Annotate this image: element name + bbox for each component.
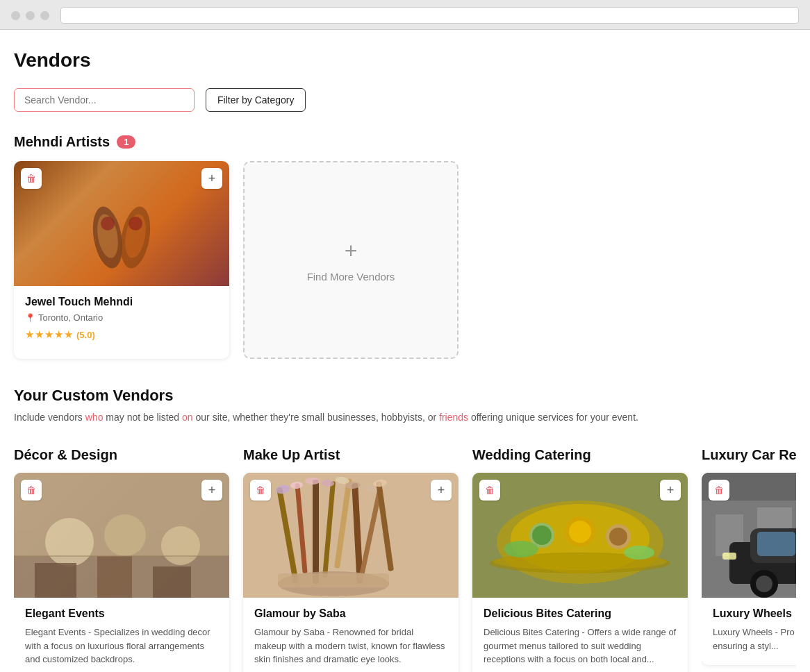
find-more-text: Find More Vendors <box>307 271 395 283</box>
makeup-illustration <box>243 473 458 598</box>
category-car: Luxury Car Re... <box>702 447 796 672</box>
catering-vendor-desc: Delicious Bites Catering - Offers a wide… <box>483 625 677 666</box>
browser-dot-yellow <box>26 11 35 20</box>
svg-point-40 <box>569 521 591 543</box>
category-makeup-title: Make Up Artist <box>243 447 458 463</box>
vendor-card-makeup: 🗑 + Glamour by Saba Glamour by Saba - Re… <box>243 473 458 672</box>
svg-point-42 <box>609 528 627 546</box>
category-catering-title: Wedding Catering <box>472 447 688 463</box>
filter-button[interactable]: Filter by Category <box>206 88 306 112</box>
mehndi-vendor-rating: ★★★★★ (5.0) <box>25 328 218 341</box>
pin-icon: 📍 <box>25 313 35 323</box>
custom-vendors-desc: Include vendors who may not be listed on… <box>14 410 796 425</box>
catering-card-body: Delicious Bites Catering Delicious Bites… <box>472 598 688 672</box>
svg-rect-59 <box>722 553 736 560</box>
makeup-card-body: Glamour by Saba Glamour by Saba - Renown… <box>243 598 458 672</box>
car-card-body: Luxury Wheels Luxury Wheels - Pro weddin… <box>702 598 796 665</box>
vendor-card-car: 🗑 + Luxury Wheels Luxury Wheels - Pro we… <box>702 473 796 665</box>
address-bar[interactable] <box>60 7 799 24</box>
makeup-image-bg <box>243 473 458 598</box>
plus-icon-makeup: + <box>438 483 445 498</box>
makeup-delete-button[interactable]: 🗑 <box>250 480 271 501</box>
custom-vendors-title: Your Custom Vendors <box>14 387 796 405</box>
category-car-title: Luxury Car Re... <box>702 447 796 463</box>
mehndi-add-button[interactable]: + <box>201 168 222 189</box>
highlight-who: who <box>85 412 104 423</box>
category-makeup: Make Up Artist <box>243 447 458 672</box>
mehndi-count-badge: 1 <box>117 135 135 149</box>
mehndi-delete-button[interactable]: 🗑 <box>21 168 42 189</box>
car-vendor-name: Luxury Wheels <box>713 607 796 620</box>
svg-point-26 <box>305 478 320 485</box>
page-title: Vendors <box>14 49 796 72</box>
rating-score: (5.0) <box>76 330 95 340</box>
svg-rect-11 <box>35 563 76 598</box>
highlight-on: on <box>182 412 193 423</box>
makeup-vendor-desc: Glamour by Saba - Renowned for bridal ma… <box>254 625 447 666</box>
custom-vendors-section: Your Custom Vendors Include vendors who … <box>14 387 796 425</box>
svg-point-8 <box>45 518 94 566</box>
decor-card-body: Elegant Events Elegant Events - Speciali… <box>14 598 229 672</box>
catering-add-button[interactable]: + <box>660 480 681 501</box>
svg-rect-18 <box>313 480 319 584</box>
plus-icon-catering: + <box>667 483 675 498</box>
mehndi-illustration <box>80 175 163 272</box>
mehndi-section-title: Mehndi Artists <box>14 134 110 150</box>
decor-vendor-name: Elegant Events <box>25 607 218 620</box>
mehndi-cards-row: 🗑 + Jewel Touch Mehndi 📍 Toronto, Ontari… <box>14 161 796 359</box>
svg-rect-33 <box>278 573 389 587</box>
browser-dot-red <box>11 11 20 20</box>
mehndi-card-body: Jewel Touch Mehndi 📍 Toronto, Ontario ★★… <box>14 286 229 353</box>
decor-illustration <box>14 473 229 598</box>
category-decor: Décor & Design <box>14 447 229 672</box>
car-card-image: 🗑 + <box>702 473 796 598</box>
car-delete-button[interactable]: 🗑 <box>709 480 729 501</box>
find-more-vendors-card[interactable]: + Find More Vendors <box>243 161 458 359</box>
trash-icon: 🗑 <box>26 173 36 184</box>
catering-illustration <box>472 473 688 598</box>
decor-card-image: 🗑 + <box>14 473 229 598</box>
decor-vendor-desc: Elegant Events - Specializes in wedding … <box>25 625 218 666</box>
svg-point-5 <box>129 217 142 230</box>
mehndi-card-image: 🗑 + <box>14 161 229 286</box>
search-input[interactable] <box>14 88 195 112</box>
decor-image-bg <box>14 473 229 598</box>
mehndi-image-bg <box>14 161 229 286</box>
makeup-add-button[interactable]: + <box>431 480 452 501</box>
svg-point-9 <box>104 514 146 556</box>
svg-rect-13 <box>153 566 191 598</box>
svg-point-46 <box>624 546 654 560</box>
trash-icon-decor: 🗑 <box>26 485 36 496</box>
category-decor-title: Décor & Design <box>14 447 229 463</box>
plus-icon-decor: + <box>208 483 216 498</box>
browser-chrome <box>0 0 810 30</box>
svg-point-45 <box>504 541 538 557</box>
svg-point-56 <box>756 576 772 592</box>
trash-icon-makeup: 🗑 <box>256 485 265 496</box>
decor-add-button[interactable]: + <box>201 480 222 501</box>
highlight-friends: friends <box>439 412 468 423</box>
catering-image-bg <box>472 473 688 598</box>
catering-delete-button[interactable]: 🗑 <box>479 480 500 501</box>
search-filter-row: Filter by Category <box>14 88 796 112</box>
mehndi-section-heading: Mehndi Artists 1 <box>14 134 796 150</box>
vendor-card-mehndi: 🗑 + Jewel Touch Mehndi 📍 Toronto, Ontari… <box>14 161 229 359</box>
trash-icon-catering: 🗑 <box>485 485 495 496</box>
decor-delete-button[interactable]: 🗑 <box>21 480 42 501</box>
category-catering: Wedding Catering <box>472 447 688 672</box>
rating-stars: ★★★★★ <box>25 328 74 341</box>
svg-point-4 <box>101 217 115 230</box>
mehndi-vendor-location: 📍 Toronto, Ontario <box>25 312 218 323</box>
find-more-plus-icon: + <box>345 238 358 264</box>
trash-icon-car: 🗑 <box>714 485 724 496</box>
catering-card-image: 🗑 + <box>472 473 688 598</box>
vendor-card-catering: 🗑 + Delicious Bites Catering Delicious B… <box>472 473 688 672</box>
vendor-card-decor: 🗑 + Elegant Events Elegant Events - Spec… <box>14 473 229 672</box>
mehndi-vendor-name: Jewel Touch Mehndi <box>25 296 218 308</box>
car-vendor-desc: Luxury Wheels - Pro weddings, including … <box>713 625 796 653</box>
browser-dot-green <box>40 11 49 20</box>
makeup-card-image: 🗑 + <box>243 473 458 598</box>
svg-rect-12 <box>97 556 132 598</box>
page-content: Vendors Filter by Category Mehndi Artist… <box>0 30 810 672</box>
catering-vendor-name: Delicious Bites Catering <box>483 607 677 620</box>
